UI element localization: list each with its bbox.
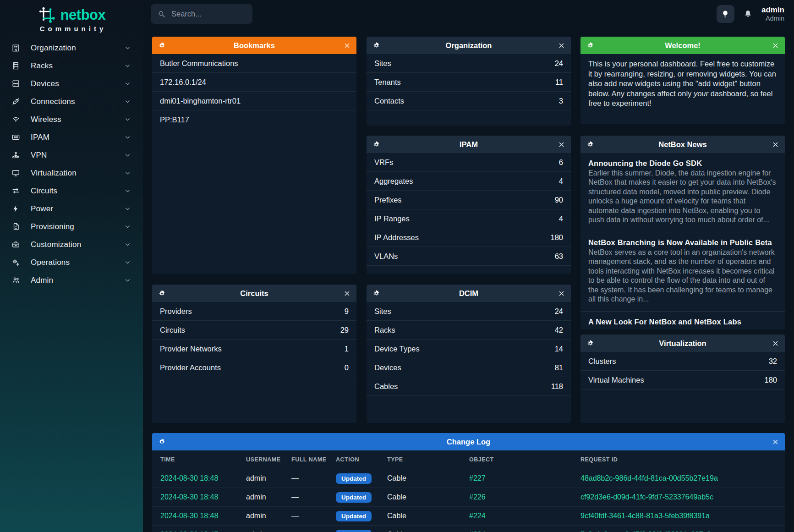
changelog-time-link[interactable]: 2024-08-30 18:48 xyxy=(160,512,246,520)
count-label[interactable]: Contacts xyxy=(374,97,404,105)
count-label[interactable]: Racks xyxy=(374,326,395,335)
count-label[interactable]: Devices xyxy=(374,363,401,372)
gear-icon[interactable] xyxy=(372,141,380,148)
count-label[interactable]: Virtual Machines xyxy=(588,376,644,384)
gear-icon[interactable] xyxy=(158,438,166,446)
count-value[interactable]: 4 xyxy=(559,177,563,186)
close-icon[interactable] xyxy=(558,42,565,49)
count-value[interactable]: 24 xyxy=(555,59,563,68)
count-value[interactable]: 0 xyxy=(345,363,349,372)
count-value[interactable]: 32 xyxy=(769,357,777,366)
count-value[interactable]: 11 xyxy=(555,78,563,87)
gear-icon[interactable] xyxy=(586,42,594,49)
widget-dcim: DCIM Sites 24 Racks 42 Device Types 14 D… xyxy=(367,285,571,423)
search-input[interactable] xyxy=(170,9,246,19)
count-label[interactable]: Provider Accounts xyxy=(160,363,221,372)
close-icon[interactable] xyxy=(558,141,565,148)
search-box[interactable] xyxy=(151,4,252,24)
sidebar-item[interactable]: Wireless xyxy=(0,110,143,128)
news-article-title[interactable]: A New Look For NetBox and NetBox Labs xyxy=(588,318,777,326)
gear-icon[interactable] xyxy=(372,42,380,49)
brand[interactable]: netbox Community xyxy=(0,0,143,33)
changelog-time-link[interactable]: 2024-08-30 18:48 xyxy=(160,493,246,501)
count-label[interactable]: Aggregates xyxy=(374,177,413,186)
changelog-object-link[interactable]: #226 xyxy=(469,493,580,501)
sidebar-item[interactable]: Customization xyxy=(0,236,143,253)
count-label[interactable]: Provider Networks xyxy=(160,345,222,353)
count-value[interactable]: 14 xyxy=(555,345,563,353)
sidebar-item[interactable]: Connections xyxy=(0,93,143,110)
changelog-request-link[interactable]: 9cf40fdf-3461-4c88-81a3-5feb39f8391a xyxy=(580,512,777,520)
close-icon[interactable] xyxy=(772,42,779,49)
sidebar-item[interactable]: Admin xyxy=(0,271,143,289)
sidebar-item[interactable]: Organization xyxy=(0,39,143,57)
count-value[interactable]: 42 xyxy=(555,326,563,335)
count-value[interactable]: 63 xyxy=(555,252,563,261)
count-value[interactable]: 9 xyxy=(345,307,349,316)
count-label[interactable]: Providers xyxy=(160,307,192,316)
count-value[interactable]: 180 xyxy=(550,233,563,242)
count-label[interactable]: Clusters xyxy=(588,357,616,366)
count-value[interactable]: 90 xyxy=(555,196,563,204)
gear-icon[interactable] xyxy=(158,42,166,49)
count-label[interactable]: VLANs xyxy=(374,252,398,261)
count-label[interactable]: IP Ranges xyxy=(374,214,410,223)
count-label[interactable]: VRFs xyxy=(374,158,393,167)
changelog-object-link[interactable]: #224 xyxy=(469,512,580,520)
close-icon[interactable] xyxy=(344,42,350,49)
count-value[interactable]: 6 xyxy=(559,158,563,167)
bookmark-item[interactable]: dmi01-binghamton-rtr01 xyxy=(152,92,356,110)
sidebar-item[interactable]: Circuits xyxy=(0,182,143,200)
count-value[interactable]: 81 xyxy=(555,363,563,372)
count-label[interactable]: IP Addresses xyxy=(374,233,419,242)
gear-icon[interactable] xyxy=(372,290,380,297)
sidebar-item[interactable]: Operations xyxy=(0,253,143,271)
notifications-button[interactable] xyxy=(743,9,753,19)
bookmark-label: dmi01-binghamton-rtr01 xyxy=(160,97,241,105)
gear-icon[interactable] xyxy=(586,340,594,347)
count-value[interactable]: 4 xyxy=(559,214,563,223)
theme-toggle-button[interactable] xyxy=(717,5,734,23)
count-value[interactable]: 180 xyxy=(764,376,777,384)
sidebar-item[interactable]: Virtualization xyxy=(0,164,143,182)
changelog-request-link[interactable]: cf92d3e6-d09d-41fc-9fd7-52337649ab5c xyxy=(580,493,777,501)
count-row: Cables 118 xyxy=(367,377,571,396)
changelog-time-link[interactable]: 2024-08-30 18:48 xyxy=(160,474,246,483)
bookmark-label: 172.16.0.1/24 xyxy=(160,78,206,87)
bookmark-item[interactable]: PP:B117 xyxy=(152,110,356,129)
close-icon[interactable] xyxy=(558,290,565,297)
close-icon[interactable] xyxy=(772,141,779,148)
count-label[interactable]: Tenants xyxy=(374,78,401,87)
changelog-object-link[interactable]: #227 xyxy=(469,474,580,483)
news-article-title[interactable]: NetBox Branching is Now Available in Pub… xyxy=(588,238,777,247)
gear-icon[interactable] xyxy=(586,141,594,148)
count-label[interactable]: Device Types xyxy=(374,345,420,353)
sidebar-item[interactable]: Racks xyxy=(0,57,143,75)
changelog-request-link[interactable]: 48ad8b2c-986d-44fd-81ca-00d55b27e19a xyxy=(580,474,777,483)
count-label[interactable]: Cables xyxy=(374,382,398,391)
count-value[interactable]: 29 xyxy=(340,326,349,335)
count-label[interactable]: Sites xyxy=(374,307,391,316)
count-label[interactable]: Circuits xyxy=(160,326,185,335)
gear-icon[interactable] xyxy=(158,290,166,297)
user-menu[interactable]: admin Admin xyxy=(761,5,784,22)
close-icon[interactable] xyxy=(344,290,350,297)
bookmark-item[interactable]: 172.16.0.1/24 xyxy=(152,73,356,92)
bookmark-item[interactable]: Butler Communications xyxy=(152,54,356,73)
count-value[interactable]: 3 xyxy=(559,97,563,105)
count-row: Device Types 14 xyxy=(367,340,571,358)
sidebar-item[interactable]: Provisioning xyxy=(0,218,143,236)
close-icon[interactable] xyxy=(772,439,779,445)
news-article-title[interactable]: Announcing the Diode Go SDK xyxy=(588,159,777,168)
count-value[interactable]: 24 xyxy=(555,307,563,316)
count-value[interactable]: 1 xyxy=(345,345,349,353)
sidebar-item[interactable]: Devices xyxy=(0,75,143,93)
count-value[interactable]: 118 xyxy=(551,382,563,391)
sidebar-item[interactable]: IPAM xyxy=(0,128,143,146)
sidebar-item[interactable]: Power xyxy=(0,200,143,218)
nav-item-label: Devices xyxy=(31,79,124,88)
count-label[interactable]: Prefixes xyxy=(374,196,402,204)
sidebar-item[interactable]: VPN xyxy=(0,146,143,164)
close-icon[interactable] xyxy=(772,340,779,347)
count-label[interactable]: Sites xyxy=(374,59,391,68)
